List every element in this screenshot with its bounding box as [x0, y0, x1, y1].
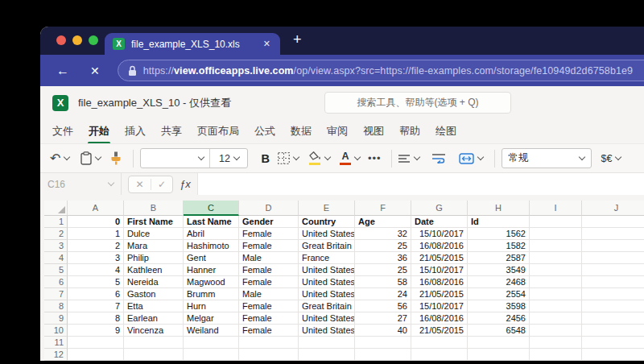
- cell-I8[interactable]: [530, 300, 582, 312]
- cell-C7[interactable]: Brumm: [184, 288, 239, 300]
- cell-F7[interactable]: 24: [355, 288, 411, 300]
- column-header-E[interactable]: E: [299, 201, 355, 216]
- minimize-window-button[interactable]: [72, 35, 82, 45]
- formula-input[interactable]: [197, 173, 644, 195]
- search-input[interactable]: 搜索工具、帮助等(选项 + Q): [324, 92, 511, 114]
- cell-B12[interactable]: [124, 349, 184, 361]
- cell-H1[interactable]: Id: [468, 216, 530, 228]
- cell-H2[interactable]: 1562: [468, 228, 530, 240]
- cell-I1[interactable]: [530, 216, 582, 228]
- menu-item[interactable]: 视图: [363, 124, 384, 139]
- cell-A3[interactable]: 2: [68, 240, 124, 252]
- cell-A11[interactable]: [68, 337, 124, 349]
- column-header-A[interactable]: A: [68, 201, 124, 216]
- cell-A6[interactable]: 5: [68, 276, 124, 288]
- cell-G6[interactable]: 16/08/2016: [411, 276, 468, 288]
- font-color-button[interactable]: A: [340, 151, 360, 166]
- cell-D9[interactable]: Female: [239, 312, 299, 325]
- cell-D7[interactable]: Male: [239, 288, 299, 300]
- cell-C10[interactable]: Weiland: [184, 325, 239, 337]
- cell-H10[interactable]: 6548: [468, 325, 530, 337]
- row-header-8[interactable]: 8: [44, 300, 68, 312]
- row-header-1[interactable]: 1: [44, 216, 68, 228]
- back-button[interactable]: ←: [56, 64, 69, 78]
- cell-I11[interactable]: [530, 337, 582, 349]
- cell-A10[interactable]: 9: [68, 325, 124, 337]
- row-header-4[interactable]: 4: [44, 252, 68, 264]
- cell-B6[interactable]: Nereida: [124, 276, 184, 288]
- menu-item[interactable]: 页面布局: [197, 124, 239, 139]
- cell-F6[interactable]: 58: [355, 276, 411, 288]
- alignment-button[interactable]: [398, 154, 419, 163]
- cell-I12[interactable]: [530, 349, 582, 361]
- row-header-2[interactable]: 2: [44, 228, 68, 240]
- cell-J2[interactable]: [582, 228, 644, 240]
- cell-D8[interactable]: Female: [239, 300, 299, 312]
- menu-item[interactable]: 帮助: [399, 124, 420, 139]
- cell-E3[interactable]: Great Britain: [299, 240, 355, 252]
- column-header-H[interactable]: H: [468, 201, 530, 216]
- cell-I2[interactable]: [530, 228, 582, 240]
- cell-H5[interactable]: 3549: [468, 264, 530, 276]
- cell-I5[interactable]: [530, 264, 582, 276]
- menu-item[interactable]: 审阅: [327, 124, 348, 139]
- cell-C1[interactable]: Last Name: [184, 216, 239, 228]
- cell-E5[interactable]: United States: [299, 264, 355, 276]
- cell-A5[interactable]: 4: [68, 264, 124, 276]
- column-header-I[interactable]: I: [530, 201, 582, 216]
- cell-G4[interactable]: 21/05/2015: [411, 252, 468, 264]
- cell-H9[interactable]: 2456: [468, 312, 530, 325]
- number-format-dropdown[interactable]: 常规: [502, 148, 592, 168]
- cell-A2[interactable]: 1: [68, 228, 124, 240]
- cell-A4[interactable]: 3: [68, 252, 124, 264]
- cell-J6[interactable]: [582, 276, 644, 288]
- cell-F3[interactable]: 25: [355, 240, 411, 252]
- more-options-button[interactable]: •••: [368, 152, 382, 164]
- cell-F1[interactable]: Age: [355, 216, 411, 228]
- column-header-G[interactable]: G: [411, 201, 468, 216]
- row-header-5[interactable]: 5: [44, 264, 68, 276]
- fill-color-button[interactable]: [308, 151, 330, 165]
- cell-H3[interactable]: 1582: [468, 240, 530, 252]
- cell-B11[interactable]: [124, 337, 184, 349]
- cell-I10[interactable]: [530, 325, 582, 337]
- cell-C11[interactable]: [184, 337, 239, 349]
- column-header-F[interactable]: F: [355, 201, 411, 216]
- cell-H8[interactable]: 3598: [468, 300, 530, 312]
- borders-button[interactable]: [278, 152, 299, 164]
- cell-J12[interactable]: [582, 349, 644, 361]
- menu-item[interactable]: 共享: [161, 124, 182, 139]
- cell-D2[interactable]: Female: [239, 228, 299, 240]
- menu-item[interactable]: 插入: [125, 124, 146, 139]
- cell-F5[interactable]: 25: [355, 264, 411, 276]
- menu-item[interactable]: 数据: [291, 124, 312, 139]
- cell-H11[interactable]: [468, 337, 530, 349]
- cell-E4[interactable]: France: [299, 252, 355, 264]
- currency-format-button[interactable]: $€: [601, 153, 621, 164]
- cell-D11[interactable]: [239, 337, 299, 349]
- cell-C3[interactable]: Hashimoto: [184, 240, 239, 252]
- cell-I6[interactable]: [530, 276, 582, 288]
- cell-D3[interactable]: Female: [239, 240, 299, 252]
- cell-B1[interactable]: First Name: [124, 216, 184, 228]
- cell-F11[interactable]: [355, 337, 411, 349]
- cell-J8[interactable]: [582, 300, 644, 312]
- cell-J5[interactable]: [582, 264, 644, 276]
- cell-J7[interactable]: [582, 288, 644, 300]
- cell-G10[interactable]: 21/05/2015: [411, 325, 468, 337]
- cell-H4[interactable]: 2587: [468, 252, 530, 264]
- row-header-12[interactable]: 12: [44, 349, 68, 361]
- bold-button[interactable]: B: [261, 152, 269, 165]
- cell-J10[interactable]: [582, 325, 644, 337]
- menu-item[interactable]: 公式: [254, 124, 275, 139]
- name-box[interactable]: C16: [40, 173, 121, 195]
- cell-D12[interactable]: [239, 349, 299, 361]
- cell-C5[interactable]: Hanner: [184, 264, 239, 276]
- cell-B7[interactable]: Gaston: [124, 288, 184, 300]
- font-size-dropdown[interactable]: 12: [210, 153, 247, 164]
- cell-G1[interactable]: Date: [411, 216, 468, 228]
- menu-item[interactable]: 文件: [52, 124, 73, 139]
- row-header-3[interactable]: 3: [44, 240, 68, 252]
- format-painter-button[interactable]: [110, 151, 122, 165]
- cell-E9[interactable]: United States: [299, 312, 355, 325]
